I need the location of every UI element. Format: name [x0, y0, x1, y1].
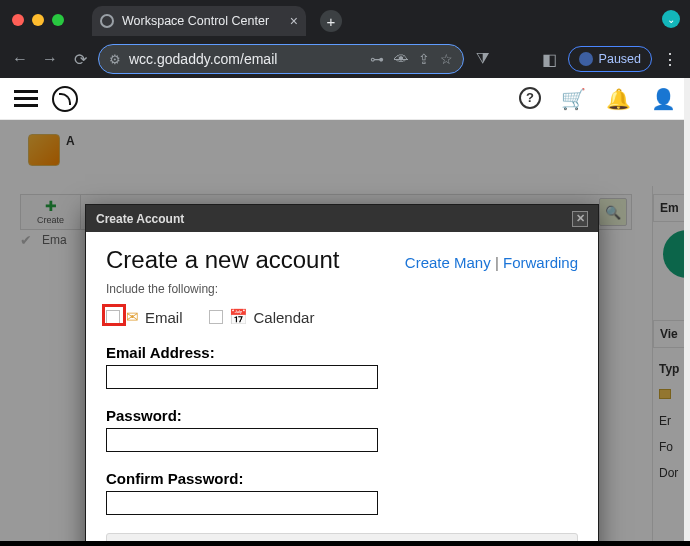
site-settings-icon[interactable]: ⚙ — [109, 52, 121, 67]
share-icon[interactable]: ⇪ — [418, 51, 430, 67]
nav-back-icon[interactable]: ← — [8, 47, 32, 71]
create-many-link[interactable]: Create Many — [405, 254, 491, 271]
browser-toolbar: ← → ⟳ ⚙ wcc.godaddy.com/email ⊶ 👁 ⇪ ☆ ⧩ … — [0, 40, 690, 78]
modal-close-button[interactable]: ✕ — [572, 211, 588, 227]
address-bar[interactable]: ⚙ wcc.godaddy.com/email ⊶ 👁 ⇪ ☆ — [98, 44, 464, 74]
key-icon[interactable]: ⊶ — [370, 51, 384, 67]
email-address-input[interactable] — [106, 365, 378, 389]
envelope-icon: ✉ — [126, 308, 139, 326]
highlight-ring — [102, 304, 126, 326]
browser-chrome: Workspace Control Center × + ⌄ ← → ⟳ ⚙ w… — [0, 0, 690, 78]
tab-title: Workspace Control Center — [122, 14, 269, 28]
modal-heading: Create a new account — [106, 246, 339, 274]
modal-titlebar: Create Account ✕ — [86, 205, 598, 232]
reload-icon[interactable]: ⟳ — [68, 47, 92, 71]
cart-icon[interactable]: 🛒 — [561, 87, 586, 111]
extensions-icon[interactable]: ⧩ — [470, 47, 494, 71]
close-window-icon[interactable] — [12, 14, 24, 26]
tab-favicon-icon — [100, 14, 114, 28]
create-account-modal: Create Account ✕ Create a new account Cr… — [85, 204, 599, 546]
browser-tab[interactable]: Workspace Control Center × — [92, 6, 306, 36]
modal-header-links: Create Many | Forwarding — [405, 254, 578, 271]
option-calendar-label: Calendar — [254, 309, 315, 326]
bookmark-icon[interactable]: ☆ — [440, 51, 453, 67]
modal-title: Create Account — [96, 212, 184, 226]
forwarding-link[interactable]: Forwarding — [503, 254, 578, 271]
minimize-window-icon[interactable] — [32, 14, 44, 26]
tab-overflow-icon[interactable]: ⌄ — [662, 10, 680, 28]
password-input[interactable] — [106, 428, 378, 452]
confirm-password-label: Confirm Password: — [106, 470, 578, 487]
window-controls — [12, 14, 64, 26]
notifications-icon[interactable]: 🔔 — [606, 87, 631, 111]
confirm-password-input[interactable] — [106, 491, 378, 515]
include-calendar-option[interactable]: 📅 Calendar — [209, 308, 315, 326]
link-separator: | — [495, 254, 503, 271]
new-tab-button[interactable]: + — [320, 10, 342, 32]
menu-icon[interactable] — [14, 90, 38, 107]
account-icon[interactable]: 👤 — [651, 87, 676, 111]
paused-label: Paused — [599, 52, 641, 66]
email-address-label: Email Address: — [106, 344, 578, 361]
url-text: wcc.godaddy.com/email — [129, 51, 362, 67]
calendar-checkbox[interactable] — [209, 310, 223, 324]
godaddy-logo-icon[interactable] — [52, 86, 78, 112]
page-scrollbar[interactable] — [684, 78, 690, 546]
page-surface: ? 🛒 🔔 👤 A ✚ Create 🔍 ✔ Ema Em Vie Typ — [0, 78, 690, 546]
nav-forward-icon[interactable]: → — [38, 47, 62, 71]
option-email-label: Email — [145, 309, 183, 326]
site-topnav: ? 🛒 🔔 👤 — [0, 78, 690, 120]
maximize-window-icon[interactable] — [52, 14, 64, 26]
password-label: Password: — [106, 407, 578, 424]
window-bottom-edge — [0, 541, 690, 546]
profile-paused-chip[interactable]: Paused — [568, 46, 652, 72]
browser-menu-icon[interactable]: ⋮ — [658, 50, 682, 69]
profile-avatar-icon — [579, 52, 593, 66]
include-label: Include the following: — [106, 282, 578, 296]
incognito-off-icon[interactable]: 👁 — [394, 51, 408, 67]
help-icon[interactable]: ? — [519, 87, 541, 109]
sidepanel-icon[interactable]: ◧ — [538, 47, 562, 71]
calendar-icon: 📅 — [229, 308, 248, 326]
tab-close-icon[interactable]: × — [290, 13, 298, 29]
